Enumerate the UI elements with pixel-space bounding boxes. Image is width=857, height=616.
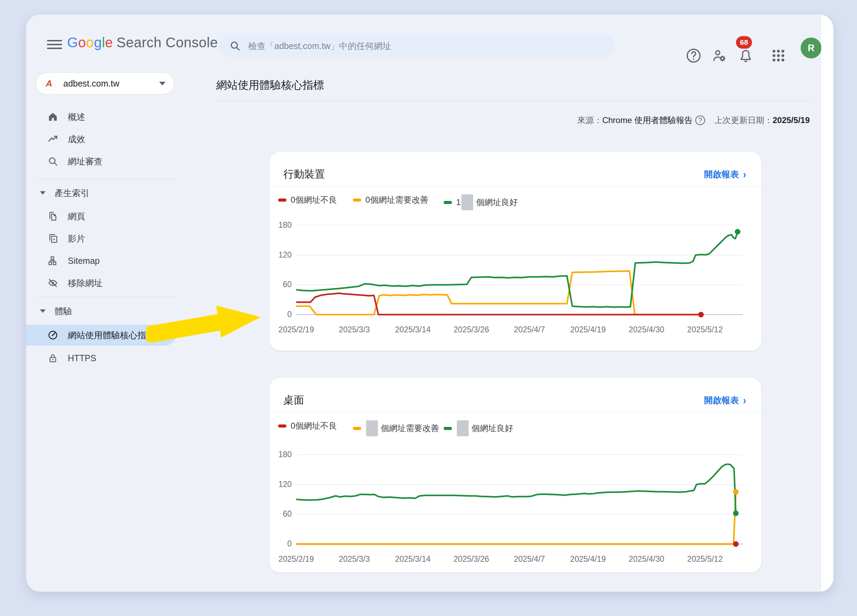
legend-dash-icon	[444, 427, 452, 430]
sidebar-item-sitemaps[interactable]: Sitemap	[26, 250, 176, 271]
sidebar-item-core-web-vitals[interactable]: 網站使用體驗核心指標	[26, 325, 176, 345]
search-icon	[48, 156, 58, 167]
legend-mobile: 0 個網址不良0 個網址需要改善1個網址良好	[269, 194, 761, 210]
legend-item[interactable]: 1個網址良好	[444, 194, 518, 210]
notification-badge: 68	[736, 36, 752, 49]
help-question-icon[interactable]: ?	[695, 115, 705, 125]
data-source-row: 來源： Chrome 使用者體驗報告 ? 上次更新日期： 2025/5/19	[577, 115, 810, 126]
sitemap-icon	[48, 255, 58, 266]
property-name: adbest.com.tw	[63, 79, 159, 89]
search-placeholder: 檢查「adbest.com.tw」中的任何網址	[248, 40, 391, 52]
legend-item[interactable]: 0 個網址不良	[278, 420, 337, 432]
card-divider	[269, 412, 761, 412]
url-inspect-search[interactable]: 檢查「adbest.com.tw」中的任何網址	[219, 35, 616, 57]
caret-down-icon	[40, 191, 46, 195]
sidebar-section-indexing[interactable]: 產生索引	[40, 184, 172, 202]
property-favicon: A	[42, 77, 56, 90]
apps-grid-icon[interactable]	[771, 48, 786, 63]
legend-item[interactable]: 個網址需要改善	[353, 420, 439, 436]
sidebar-section-experience[interactable]: 體驗	[40, 302, 172, 320]
updated-date: 2025/5/19	[772, 115, 810, 125]
lock-icon	[48, 353, 58, 363]
y-axis-labels: 060120180	[272, 452, 292, 548]
updated-label: 上次更新日期：	[714, 115, 772, 126]
x-axis-labels: 2025/2/192025/3/32025/3/142025/3/262025/…	[296, 554, 743, 565]
chevron-right-icon: ›	[743, 168, 746, 181]
legend-dash-icon	[353, 427, 361, 430]
app-logo: GoogleSearch Console	[67, 35, 218, 50]
sidebar-item-performance[interactable]: 成效	[26, 128, 176, 150]
pages-icon	[48, 211, 58, 221]
notifications-bell-icon[interactable]	[738, 48, 753, 63]
sidebar-item-overview[interactable]: 概述	[26, 106, 176, 127]
desktop-plot[interactable]	[296, 452, 743, 548]
legend-desktop: 0 個網址不良個網址需要改善個網址良好	[269, 420, 761, 436]
help-icon[interactable]	[686, 48, 701, 63]
redacted-value	[366, 420, 378, 436]
sidebar-item-url-inspection[interactable]: 網址審查	[26, 151, 176, 172]
eye-off-icon	[48, 278, 58, 288]
sidebar-divider	[37, 179, 176, 179]
x-axis-labels: 2025/2/192025/3/32025/3/142025/3/262025/…	[296, 325, 743, 336]
google-logo: Google	[67, 35, 113, 50]
chevron-down-icon	[159, 82, 166, 85]
avatar[interactable]: R	[801, 37, 821, 59]
sidebar-item-pages[interactable]: 網頁	[26, 206, 176, 227]
video-pages-icon	[48, 233, 58, 244]
scrollbar-track[interactable]	[821, 15, 833, 592]
title-divider	[216, 101, 811, 101]
page-title: 網站使用體驗核心指標	[216, 78, 324, 93]
source-value: Chrome 使用者體驗報告	[602, 115, 693, 126]
legend-item[interactable]: 0 個網址不良	[278, 194, 337, 206]
mobile-plot[interactable]	[296, 223, 743, 318]
redacted-value	[457, 420, 469, 436]
sidebar-item-videos[interactable]: 影片	[26, 228, 176, 249]
legend-dash-icon	[353, 198, 361, 202]
card-title-desktop: 桌面	[283, 393, 304, 407]
card-title-mobile: 行動裝置	[283, 167, 325, 181]
property-selector[interactable]: A adbest.com.tw	[36, 72, 174, 94]
sidebar-item-removals[interactable]: 移除網址	[26, 272, 176, 293]
home-icon	[48, 111, 58, 122]
legend-item[interactable]: 0 個網址需要改善	[353, 194, 428, 206]
open-report-link-mobile[interactable]: 開啟報表›	[704, 169, 746, 180]
legend-dash-icon	[444, 201, 452, 204]
mobile-chart-card: 行動裝置 開啟報表› 0 個網址不良0 個網址需要改善1個網址良好 060120…	[269, 152, 761, 351]
app-window: GoogleSearch Console 檢查「adbest.com.tw」中的…	[26, 15, 833, 592]
legend-item[interactable]: 個網址良好	[444, 420, 513, 436]
desktop-chart-card: 桌面 開啟報表› 0 個網址不良個網址需要改善個網址良好 060120180 2…	[269, 378, 761, 573]
legend-dash-icon	[278, 198, 286, 202]
caret-down-icon	[40, 310, 46, 313]
speedometer-icon	[48, 330, 58, 341]
open-report-link-desktop[interactable]: 開啟報表›	[704, 395, 746, 406]
user-settings-icon[interactable]	[712, 48, 727, 63]
legend-dash-icon	[278, 424, 286, 427]
search-icon	[229, 40, 241, 51]
source-label: 來源：	[577, 115, 602, 126]
redacted-value	[461, 194, 473, 210]
sidebar-item-https[interactable]: HTTPS	[26, 348, 176, 368]
chevron-right-icon: ›	[743, 394, 746, 407]
hamburger-menu-icon[interactable]	[47, 37, 62, 49]
card-divider	[269, 186, 761, 186]
trending-up-icon	[48, 134, 58, 144]
y-axis-labels: 060120180	[272, 223, 292, 318]
app-logo-suffix: Search Console	[116, 35, 218, 50]
